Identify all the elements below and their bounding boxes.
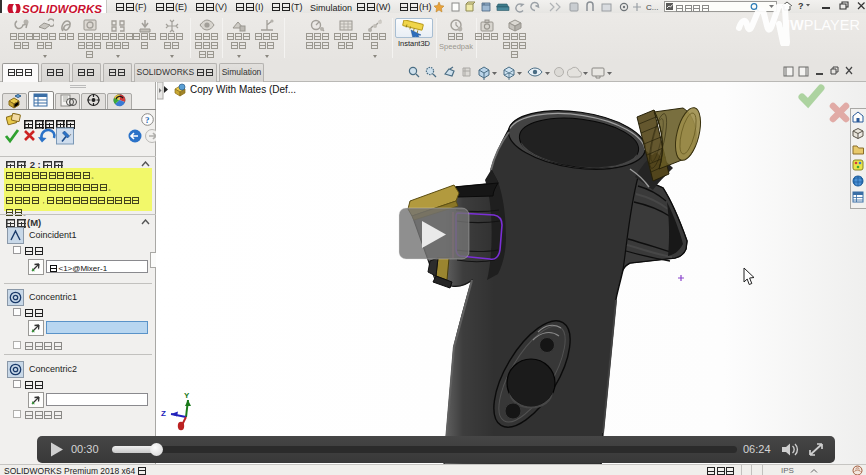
- svg-text:Copy With Mates (Def...: Copy With Mates (Def...: [190, 84, 296, 95]
- svg-text:C...: C...: [646, 3, 658, 12]
- svg-text:JWPLAYER: JWPLAYER: [782, 17, 860, 33]
- svg-text:Y: Y: [184, 391, 190, 400]
- svg-text:Z: Z: [161, 409, 166, 418]
- svg-text:?: ?: [145, 115, 150, 125]
